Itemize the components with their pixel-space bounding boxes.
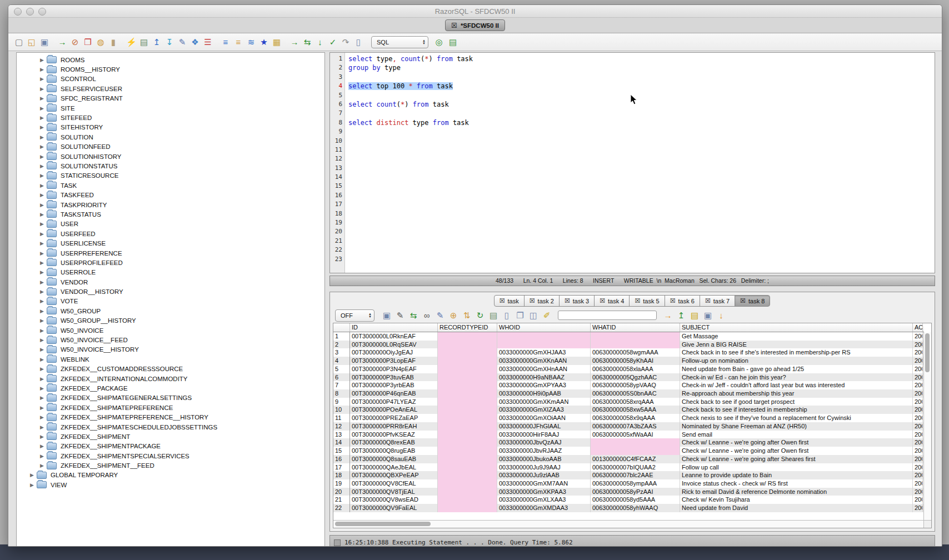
tree-item-zkfedex-shipmatepreference[interactable]: ▶ZKFEDEX__SHIPMATEPREFERENCE [17,403,324,412]
disclosure-triangle-icon[interactable]: ▶ [39,231,45,237]
disclosure-triangle-icon[interactable]: ▶ [39,260,45,266]
column-header-recordtypeid[interactable]: RECORDTYPEID [438,323,497,332]
horizontal-scrollbar-thumb[interactable] [335,522,431,526]
clipboard-icon[interactable]: ▯ [353,37,363,47]
tree-item-w50-group-history[interactable]: ▶W50_GROUP__HISTORY [17,316,324,326]
tree-item-zkfedex-customaddresssource[interactable]: ▶ZKFEDEX__CUSTOMADDRESSSOURCE [17,364,324,374]
sql-editor[interactable]: 1234567891011121314151617181920212223 se… [329,52,935,273]
zoom-window-button[interactable] [38,8,46,16]
tree-item-w50-invoice-feed[interactable]: ▶W50_INVOICE__FEED [17,335,324,344]
disclosure-triangle-icon[interactable]: ▶ [39,328,45,333]
tree-item-taskstatus[interactable]: ▶TASKSTATUS [17,209,324,219]
tree-item-view[interactable]: ▶VIEW [17,480,324,489]
open-file-icon[interactable]: ◱ [27,37,37,47]
table-row[interactable]: 900T3000000P47LYEAZ0033000000GmXKmAAN006… [333,398,924,406]
disclosure-triangle-icon[interactable]: ▶ [39,67,45,72]
disclosure-triangle-icon[interactable]: ▶ [39,357,45,362]
disclosure-triangle-icon[interactable]: ▶ [39,202,45,208]
tree-item-global-temporary[interactable]: ▶GLOBAL TEMPORARY [17,471,324,480]
statement-list-icon[interactable]: ▤ [448,37,458,47]
disclosure-triangle-icon[interactable]: ▶ [39,318,45,323]
view-statements-icon[interactable]: ◎ [434,37,444,47]
table-row[interactable]: 200T3000000L0RqSEAVGive Jenn a BIG RAISE… [333,341,924,349]
disclosure-triangle-icon[interactable]: ▶ [39,173,45,178]
table-row[interactable]: 1900T3000000QV8CfEAL0033000000GmXM7AAN00… [333,479,924,488]
disclosure-triangle-icon[interactable]: ▶ [39,154,45,159]
disclosure-triangle-icon[interactable]: ▶ [39,86,45,92]
tree-item-zkfedex-shipment[interactable]: ▶ZKFEDEX__SHIPMENT [17,432,324,441]
favorites-icon[interactable]: ★ [259,37,269,47]
vertical-scrollbar-thumb[interactable] [925,333,930,372]
disclosure-triangle-icon[interactable]: ▶ [39,163,45,169]
table-row[interactable]: 2200T3000000QV9FaEAL0033000000GmXMDAA300… [333,504,924,512]
tree-item-scontrol[interactable]: ▶SCONTROL [17,74,324,84]
help-book-icon[interactable]: ❖ [190,37,200,47]
tree-item-userfeed[interactable]: ▶USERFEED [17,229,324,238]
move-row-icon[interactable]: ⇅ [462,311,472,321]
tree-item-userpreference[interactable]: ▶USERPREFERENCE [17,248,324,258]
table-row[interactable]: 1300T3000000PfvKSEAZ0033000000HirF8AAJ00… [333,431,924,439]
column-header-id[interactable]: ID [350,323,438,332]
table-row[interactable]: 600T3000000P3tuvEAB0033000000H9aNBAAZ006… [333,373,924,382]
sql-mode-dropdown[interactable]: SQL ▲▼ [371,36,428,48]
connections-icon[interactable]: ▮ [108,37,118,47]
tree-item-zkfedex-shipmatepreference-history[interactable]: ▶ZKFEDEX__SHIPMATEPREFERENCE__HISTORY [17,412,324,422]
table-row[interactable]: 800T3000000P46qnEAB0033000000H9i0pAAB006… [333,389,924,398]
disclosure-triangle-icon[interactable]: ▶ [39,269,45,275]
disclosure-triangle-icon[interactable]: ▶ [39,453,45,459]
table-tree-icon[interactable]: ▤ [488,311,498,321]
disclosure-triangle-icon[interactable]: ▶ [39,434,45,439]
table-row[interactable]: 1100T3000000PREZaEAP0033000000GmXOiAAN00… [333,414,924,422]
page-view-icon[interactable]: ▯ [502,311,512,321]
edit-record-icon[interactable]: ✎ [435,311,445,321]
results-search-input[interactable] [558,311,657,320]
fetch-down-icon[interactable]: ↓ [315,37,325,47]
disclosure-triangle-icon[interactable]: ▶ [39,221,45,227]
disclosure-triangle-icon[interactable]: ▶ [39,96,45,101]
disclosure-triangle-icon[interactable]: ▶ [39,386,45,391]
switch-statement-icon[interactable]: ⇆ [302,37,312,47]
tree-item-userlicense[interactable]: ▶USERLICENSE [17,238,324,248]
close-tab-icon[interactable]: ☒ [635,298,640,304]
table-row[interactable]: 2100T3000000QV8wsEAD0033000000GmXLXAA300… [333,496,924,504]
table-row[interactable]: 1400T3000000Q8rexEAB0033000000JbvQzAAJCh… [333,438,924,447]
reload-table-icon[interactable]: ↻ [475,311,485,321]
table-row[interactable]: 1600T3000000Q8sauEAB0033000000JbukoAAB00… [333,455,924,463]
title-bar[interactable]: RazorSQL - SFDCW50 II [8,5,942,18]
disclosure-triangle-icon[interactable]: ▶ [39,192,45,198]
table-row[interactable]: 700T3000000P3yrbEAB0033000000GmXPYAA3006… [333,381,924,389]
tree-item-solution[interactable]: ▶SOLUTION [17,132,324,142]
disclosure-triangle-icon[interactable]: ▶ [39,405,45,411]
column-header-whoid[interactable]: WHOID [497,323,591,332]
tree-item-weblink[interactable]: ▶WEBLINK [17,354,324,364]
tree-item-zkfedex-shipmatescheduledjobssettings[interactable]: ▶ZKFEDEX__SHIPMATESCHEDULEDJOBSSETTINGS [17,422,324,432]
table-row[interactable]: 300T3000000OiyJgEAJ0033000000GmXHJAA3006… [333,348,924,357]
tree-item-user[interactable]: ▶USER [17,219,324,229]
tree-item-zkfedex-package[interactable]: ▶ZKFEDEX__PACKAGE [17,383,324,393]
close-window-button[interactable] [14,8,22,16]
connect-icon[interactable]: → [57,37,67,47]
tree-item-zkfedex-shipment-feed[interactable]: ▶ZKFEDEX__SHIPMENT__FEED [17,461,324,470]
disclosure-triangle-icon[interactable]: ▶ [39,241,45,246]
disclosure-triangle-icon[interactable]: ▶ [39,279,45,285]
tree-item-staticresource[interactable]: ▶STATICRESOURCE [17,171,324,181]
close-connection-icon[interactable]: ❐ [83,37,93,47]
table-row[interactable]: 400T3000000P3LopEAF0033000000GmXKnAAN006… [333,357,924,365]
copy-table-icon[interactable]: ◫ [528,311,538,321]
tree-item-w50-group[interactable]: ▶W50_GROUP [17,306,324,316]
export-data-icon[interactable]: ↥ [152,37,162,47]
disclosure-triangle-icon[interactable]: ▶ [39,289,45,294]
tree-item-solutionhistory[interactable]: ▶SOLUTIONHISTORY [17,152,324,161]
save-file-icon[interactable]: ▣ [39,37,49,47]
close-tab-icon[interactable]: ☒ [565,298,570,304]
close-tab-icon[interactable]: ☒ [530,298,535,304]
tree-item-solutionstatus[interactable]: ▶SOLUTIONSTATUS [17,161,324,171]
minimize-window-button[interactable] [26,8,34,16]
execute-sql-icon[interactable]: ⚡ [126,37,136,47]
horizontal-scrollbar[interactable] [333,520,924,528]
tree-item-site[interactable]: ▶SITE [17,103,324,113]
result-tab-task-7[interactable]: ☒task 7 [700,295,735,307]
tree-item-zkfedex-shipmentspecialservices[interactable]: ▶ZKFEDEX__SHIPMENTSPECIALSERVICES [17,451,324,461]
tree-item-taskfeed[interactable]: ▶TASKFEED [17,190,324,199]
find-next-icon[interactable]: → [663,311,673,321]
